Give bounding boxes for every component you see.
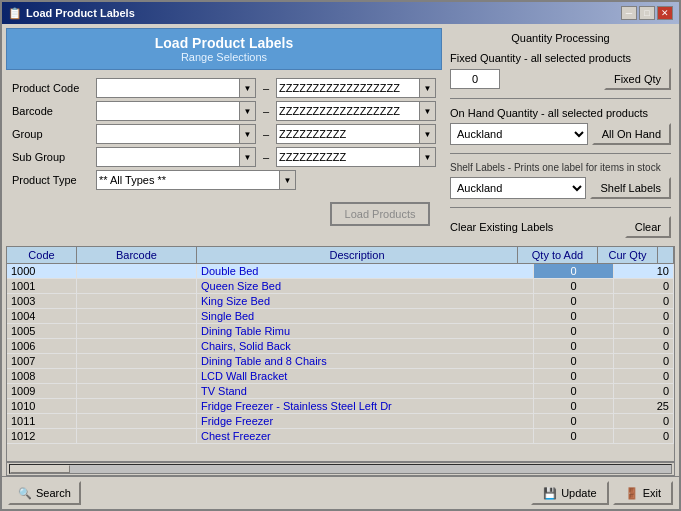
barcode-to-arrow[interactable]: ▼: [419, 102, 435, 120]
barcode-to-combo[interactable]: ▼: [276, 101, 436, 121]
fixed-qty-input[interactable]: [450, 69, 500, 89]
dash-1: –: [260, 82, 272, 94]
table-row[interactable]: 1004 Single Bed 0 0: [7, 309, 674, 324]
cell-code: 1011: [7, 414, 77, 428]
table-row[interactable]: 1005 Dining Table Rimu 0 0: [7, 324, 674, 339]
product-type-arrow[interactable]: ▼: [279, 171, 295, 189]
search-label: Search: [36, 487, 71, 499]
on-hand-location-select[interactable]: Auckland: [450, 123, 588, 145]
all-on-hand-button[interactable]: All On Hand: [592, 123, 671, 145]
cell-qty: 0: [534, 354, 614, 368]
barcode-from-combo[interactable]: ▼: [96, 101, 256, 121]
table-header: Code Barcode Description Qty to Add Cur …: [7, 247, 674, 264]
product-type-label: Product Type: [12, 174, 92, 186]
product-type-combo[interactable]: ▼: [96, 170, 296, 190]
barcode-from-input[interactable]: [97, 102, 239, 120]
fixed-qty-button[interactable]: Fixed Qty: [604, 68, 671, 90]
load-products-button[interactable]: Load Products: [330, 202, 430, 226]
shelf-labels-label: Shelf Labels - Prints one label for item…: [450, 162, 671, 173]
window-icon: 📋: [8, 7, 22, 20]
product-code-to-combo[interactable]: ▼: [276, 78, 436, 98]
cell-code: 1010: [7, 399, 77, 413]
product-type-input[interactable]: [97, 171, 279, 189]
panel-title: Load Product Labels: [13, 35, 435, 51]
group-to-arrow[interactable]: ▼: [419, 125, 435, 143]
window-title: Load Product Labels: [26, 7, 135, 19]
maximize-button[interactable]: □: [639, 6, 655, 20]
clear-existing-label: Clear Existing Labels: [450, 221, 621, 233]
cell-qty: 0: [534, 279, 614, 293]
cell-code: 1009: [7, 384, 77, 398]
group-to-input[interactable]: [277, 125, 419, 143]
cell-cur-qty: 0: [614, 324, 674, 338]
cell-qty: 0: [534, 324, 614, 338]
col-description: Description: [197, 247, 518, 263]
table-row[interactable]: 1009 TV Stand 0 0: [7, 384, 674, 399]
table-row[interactable]: 1011 Fridge Freezer 0 0: [7, 414, 674, 429]
search-button[interactable]: 🔍 Search: [8, 481, 81, 505]
table-row[interactable]: 1012 Chest Freezer 0 0: [7, 429, 674, 444]
sub-group-from-arrow[interactable]: ▼: [239, 148, 255, 166]
product-code-from-input[interactable]: [97, 79, 239, 97]
update-icon: 💾: [543, 487, 557, 500]
group-to-combo[interactable]: ▼: [276, 124, 436, 144]
cell-description: Chairs, Solid Back: [197, 339, 534, 353]
fixed-qty-row: Fixed Qty: [450, 68, 671, 90]
sub-group-to-arrow[interactable]: ▼: [419, 148, 435, 166]
cell-barcode: [77, 339, 197, 353]
dash-3: –: [260, 128, 272, 140]
separator-3: [450, 207, 671, 208]
sub-group-from-input[interactable]: [97, 148, 239, 166]
cell-description: Single Bed: [197, 309, 534, 323]
table-body[interactable]: 1000 Double Bed 0 10 1001 Queen Size Bed…: [7, 264, 674, 461]
sub-group-to-input[interactable]: [277, 148, 419, 166]
table-row[interactable]: 1000 Double Bed 0 10: [7, 264, 674, 279]
product-code-from-arrow[interactable]: ▼: [239, 79, 255, 97]
main-window: 📋 Load Product Labels ─ □ ✕ Load Product…: [0, 0, 681, 511]
group-from-combo[interactable]: ▼: [96, 124, 256, 144]
cell-description: Double Bed: [197, 264, 534, 278]
table-row[interactable]: 1010 Fridge Freezer - Stainless Steel Le…: [7, 399, 674, 414]
sub-group-to-combo[interactable]: ▼: [276, 147, 436, 167]
group-from-arrow[interactable]: ▼: [239, 125, 255, 143]
dash-4: –: [260, 151, 272, 163]
update-button[interactable]: 💾 Update: [531, 481, 608, 505]
cell-code: 1007: [7, 354, 77, 368]
cell-barcode: [77, 264, 197, 278]
cell-cur-qty: 0: [614, 354, 674, 368]
shelf-labels-location-select[interactable]: Auckland: [450, 177, 586, 199]
barcode-to-input[interactable]: [277, 102, 419, 120]
barcode-from-arrow[interactable]: ▼: [239, 102, 255, 120]
sub-group-from-combo[interactable]: ▼: [96, 147, 256, 167]
table-row[interactable]: 1007 Dining Table and 8 Chairs 0 0: [7, 354, 674, 369]
scrollbar-track[interactable]: [9, 464, 672, 474]
exit-button[interactable]: 🚪 Exit: [613, 481, 673, 505]
scrollbar-thumb[interactable]: [10, 465, 70, 473]
group-row: Group ▼ – ▼: [12, 124, 436, 144]
table-row[interactable]: 1003 King Size Bed 0 0: [7, 294, 674, 309]
cell-qty: 0: [534, 429, 614, 443]
cell-description: King Size Bed: [197, 294, 534, 308]
minimize-button[interactable]: ─: [621, 6, 637, 20]
horizontal-scrollbar[interactable]: [6, 462, 675, 476]
clear-button[interactable]: Clear: [625, 216, 671, 238]
product-code-from-combo[interactable]: ▼: [96, 78, 256, 98]
group-from-input[interactable]: [97, 125, 239, 143]
dash-2: –: [260, 105, 272, 117]
cell-description: Fridge Freezer: [197, 414, 534, 428]
cell-qty: 0: [534, 294, 614, 308]
product-code-to-arrow[interactable]: ▼: [419, 79, 435, 97]
table-row[interactable]: 1006 Chairs, Solid Back 0 0: [7, 339, 674, 354]
panel-subtitle: Range Selections: [13, 51, 435, 63]
table-row[interactable]: 1001 Queen Size Bed 0 0: [7, 279, 674, 294]
product-code-to-input[interactable]: [277, 79, 419, 97]
cell-code: 1003: [7, 294, 77, 308]
cell-barcode: [77, 399, 197, 413]
cell-qty: 0: [534, 399, 614, 413]
cell-barcode: [77, 309, 197, 323]
close-button[interactable]: ✕: [657, 6, 673, 20]
panel-header: Load Product Labels Range Selections: [6, 28, 442, 70]
table-row[interactable]: 1008 LCD Wall Bracket 0 0: [7, 369, 674, 384]
shelf-labels-button[interactable]: Shelf Labels: [590, 177, 671, 199]
col-cur-qty: Cur Qty: [598, 247, 658, 263]
